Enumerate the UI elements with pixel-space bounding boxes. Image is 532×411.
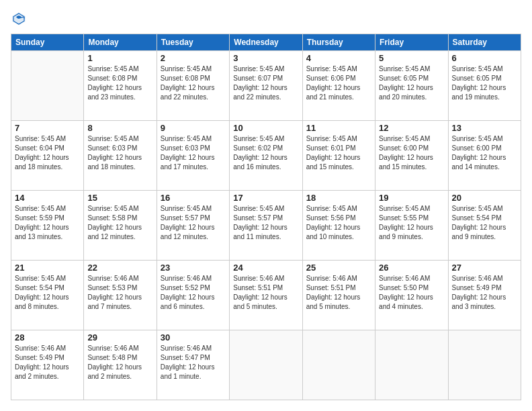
day-info: Sunrise: 5:45 AM Sunset: 5:54 PM Dayligh… bbox=[452, 204, 517, 242]
day-info: Sunrise: 5:45 AM Sunset: 5:59 PM Dayligh… bbox=[15, 204, 80, 242]
calendar-cell: 13Sunrise: 5:45 AM Sunset: 6:00 PM Dayli… bbox=[448, 121, 521, 191]
calendar-cell: 5Sunrise: 5:45 AM Sunset: 6:05 PM Daylig… bbox=[375, 51, 448, 121]
calendar-cell: 15Sunrise: 5:45 AM Sunset: 5:58 PM Dayli… bbox=[84, 191, 157, 261]
day-info: Sunrise: 5:45 AM Sunset: 6:05 PM Dayligh… bbox=[379, 64, 444, 102]
day-number: 14 bbox=[15, 193, 80, 203]
calendar-cell: 26Sunrise: 5:46 AM Sunset: 5:50 PM Dayli… bbox=[375, 261, 448, 330]
day-info: Sunrise: 5:45 AM Sunset: 5:55 PM Dayligh… bbox=[379, 204, 444, 242]
day-info: Sunrise: 5:45 AM Sunset: 6:07 PM Dayligh… bbox=[233, 64, 298, 102]
calendar-cell: 25Sunrise: 5:46 AM Sunset: 5:51 PM Dayli… bbox=[302, 261, 375, 330]
day-number: 7 bbox=[15, 123, 80, 133]
calendar-cell: 7Sunrise: 5:45 AM Sunset: 6:04 PM Daylig… bbox=[11, 121, 84, 191]
calendar-cell: 4Sunrise: 5:45 AM Sunset: 6:06 PM Daylig… bbox=[302, 51, 375, 121]
logo-icon bbox=[11, 11, 27, 27]
calendar-cell: 2Sunrise: 5:45 AM Sunset: 6:08 PM Daylig… bbox=[157, 51, 229, 121]
weekday-header-monday: Monday bbox=[84, 34, 157, 51]
day-info: Sunrise: 5:46 AM Sunset: 5:50 PM Dayligh… bbox=[379, 274, 444, 312]
day-number: 28 bbox=[15, 332, 80, 342]
day-number: 26 bbox=[379, 263, 444, 273]
calendar-cell: 16Sunrise: 5:45 AM Sunset: 5:57 PM Dayli… bbox=[157, 191, 229, 261]
calendar-cell: 12Sunrise: 5:45 AM Sunset: 6:00 PM Dayli… bbox=[375, 121, 448, 191]
day-info: Sunrise: 5:46 AM Sunset: 5:49 PM Dayligh… bbox=[452, 274, 517, 312]
day-info: Sunrise: 5:46 AM Sunset: 5:49 PM Dayligh… bbox=[15, 344, 80, 381]
day-number: 21 bbox=[15, 263, 80, 273]
calendar-cell: 9Sunrise: 5:45 AM Sunset: 6:03 PM Daylig… bbox=[157, 121, 229, 191]
day-info: Sunrise: 5:45 AM Sunset: 6:00 PM Dayligh… bbox=[379, 134, 444, 172]
header bbox=[11, 11, 521, 27]
calendar-cell bbox=[448, 330, 521, 400]
calendar-cell: 17Sunrise: 5:45 AM Sunset: 5:57 PM Dayli… bbox=[230, 191, 302, 261]
week-row-1: 1Sunrise: 5:45 AM Sunset: 6:08 PM Daylig… bbox=[11, 51, 521, 121]
day-number: 20 bbox=[452, 193, 517, 203]
day-info: Sunrise: 5:46 AM Sunset: 5:48 PM Dayligh… bbox=[87, 344, 152, 381]
day-number: 13 bbox=[452, 123, 517, 133]
calendar-cell: 30Sunrise: 5:46 AM Sunset: 5:47 PM Dayli… bbox=[157, 330, 229, 400]
calendar-cell bbox=[230, 330, 302, 400]
calendar-cell: 20Sunrise: 5:45 AM Sunset: 5:54 PM Dayli… bbox=[448, 191, 521, 261]
day-number: 12 bbox=[379, 123, 444, 133]
day-info: Sunrise: 5:46 AM Sunset: 5:53 PM Dayligh… bbox=[87, 274, 152, 312]
calendar-cell: 11Sunrise: 5:45 AM Sunset: 6:01 PM Dayli… bbox=[302, 121, 375, 191]
weekday-header-row: SundayMondayTuesdayWednesdayThursdayFrid… bbox=[11, 34, 521, 51]
day-info: Sunrise: 5:45 AM Sunset: 6:01 PM Dayligh… bbox=[306, 134, 371, 172]
weekday-header-saturday: Saturday bbox=[448, 34, 521, 51]
calendar-cell: 1Sunrise: 5:45 AM Sunset: 6:08 PM Daylig… bbox=[84, 51, 157, 121]
calendar-cell: 24Sunrise: 5:46 AM Sunset: 5:51 PM Dayli… bbox=[230, 261, 302, 330]
day-info: Sunrise: 5:45 AM Sunset: 5:54 PM Dayligh… bbox=[15, 274, 80, 312]
calendar-cell: 3Sunrise: 5:45 AM Sunset: 6:07 PM Daylig… bbox=[230, 51, 302, 121]
weekday-header-tuesday: Tuesday bbox=[157, 34, 229, 51]
day-number: 19 bbox=[379, 193, 444, 203]
day-number: 2 bbox=[161, 53, 226, 63]
calendar-cell bbox=[302, 330, 375, 400]
page: SundayMondayTuesdayWednesdayThursdayFrid… bbox=[0, 0, 532, 411]
calendar-cell: 8Sunrise: 5:45 AM Sunset: 6:03 PM Daylig… bbox=[84, 121, 157, 191]
day-info: Sunrise: 5:45 AM Sunset: 6:02 PM Dayligh… bbox=[233, 134, 298, 172]
calendar-cell: 28Sunrise: 5:46 AM Sunset: 5:49 PM Dayli… bbox=[11, 330, 84, 400]
weekday-header-sunday: Sunday bbox=[11, 34, 84, 51]
calendar-cell: 21Sunrise: 5:45 AM Sunset: 5:54 PM Dayli… bbox=[11, 261, 84, 330]
day-info: Sunrise: 5:45 AM Sunset: 5:57 PM Dayligh… bbox=[233, 204, 298, 242]
calendar-cell: 14Sunrise: 5:45 AM Sunset: 5:59 PM Dayli… bbox=[11, 191, 84, 261]
calendar-cell: 18Sunrise: 5:45 AM Sunset: 5:56 PM Dayli… bbox=[302, 191, 375, 261]
day-number: 8 bbox=[87, 123, 152, 133]
day-number: 30 bbox=[161, 332, 226, 342]
day-info: Sunrise: 5:45 AM Sunset: 5:58 PM Dayligh… bbox=[87, 204, 152, 242]
day-info: Sunrise: 5:46 AM Sunset: 5:51 PM Dayligh… bbox=[306, 274, 371, 312]
day-number: 15 bbox=[87, 193, 152, 203]
logo bbox=[11, 11, 30, 27]
day-number: 9 bbox=[161, 123, 226, 133]
day-number: 18 bbox=[306, 193, 371, 203]
calendar-cell: 10Sunrise: 5:45 AM Sunset: 6:02 PM Dayli… bbox=[230, 121, 302, 191]
day-info: Sunrise: 5:46 AM Sunset: 5:52 PM Dayligh… bbox=[161, 274, 226, 312]
day-info: Sunrise: 5:45 AM Sunset: 6:05 PM Dayligh… bbox=[452, 64, 517, 102]
day-number: 6 bbox=[452, 53, 517, 63]
calendar-table: SundayMondayTuesdayWednesdayThursdayFrid… bbox=[11, 34, 521, 400]
day-number: 10 bbox=[233, 123, 298, 133]
day-info: Sunrise: 5:45 AM Sunset: 6:00 PM Dayligh… bbox=[452, 134, 517, 172]
day-number: 25 bbox=[306, 263, 371, 273]
day-number: 16 bbox=[161, 193, 226, 203]
day-info: Sunrise: 5:45 AM Sunset: 6:04 PM Dayligh… bbox=[15, 134, 80, 172]
day-number: 17 bbox=[233, 193, 298, 203]
day-number: 1 bbox=[87, 53, 152, 63]
day-info: Sunrise: 5:45 AM Sunset: 5:57 PM Dayligh… bbox=[161, 204, 226, 242]
day-info: Sunrise: 5:45 AM Sunset: 5:56 PM Dayligh… bbox=[306, 204, 371, 242]
calendar-cell: 19Sunrise: 5:45 AM Sunset: 5:55 PM Dayli… bbox=[375, 191, 448, 261]
calendar-cell: 29Sunrise: 5:46 AM Sunset: 5:48 PM Dayli… bbox=[84, 330, 157, 400]
calendar-cell: 22Sunrise: 5:46 AM Sunset: 5:53 PM Dayli… bbox=[84, 261, 157, 330]
weekday-header-thursday: Thursday bbox=[302, 34, 375, 51]
day-number: 22 bbox=[87, 263, 152, 273]
week-row-5: 28Sunrise: 5:46 AM Sunset: 5:49 PM Dayli… bbox=[11, 330, 521, 400]
day-info: Sunrise: 5:45 AM Sunset: 6:08 PM Dayligh… bbox=[87, 64, 152, 102]
week-row-3: 14Sunrise: 5:45 AM Sunset: 5:59 PM Dayli… bbox=[11, 191, 521, 261]
day-number: 5 bbox=[379, 53, 444, 63]
day-number: 11 bbox=[306, 123, 371, 133]
day-info: Sunrise: 5:45 AM Sunset: 6:08 PM Dayligh… bbox=[161, 64, 226, 102]
day-info: Sunrise: 5:46 AM Sunset: 5:51 PM Dayligh… bbox=[233, 274, 298, 312]
day-info: Sunrise: 5:45 AM Sunset: 6:06 PM Dayligh… bbox=[306, 64, 371, 102]
calendar-cell bbox=[11, 51, 84, 121]
calendar-cell: 6Sunrise: 5:45 AM Sunset: 6:05 PM Daylig… bbox=[448, 51, 521, 121]
day-number: 29 bbox=[87, 332, 152, 342]
day-number: 4 bbox=[306, 53, 371, 63]
day-info: Sunrise: 5:46 AM Sunset: 5:47 PM Dayligh… bbox=[161, 344, 226, 381]
